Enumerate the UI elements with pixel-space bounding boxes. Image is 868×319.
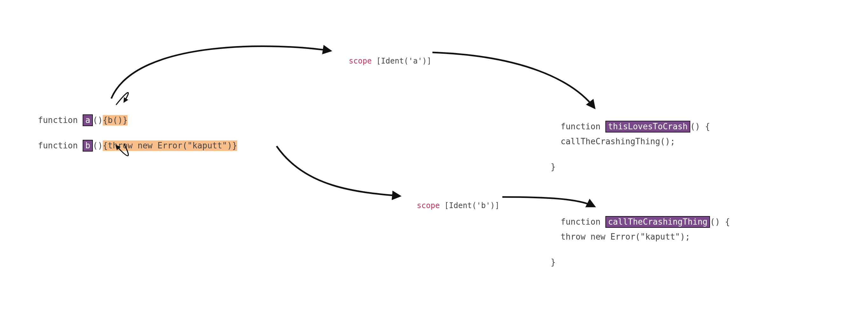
right-func-a-name: thisLovesToCrash [606,121,690,132]
left-func-b-body: {throw new Error("kaputt")} [103,140,237,151]
arrow-scope-to-right-a [432,53,595,108]
left-func-a-line: function a(){b()} [28,105,127,126]
scope-b-label: scope [Ident('b')] [408,192,499,210]
scope-b-rest: [Ident('b')] [440,201,499,210]
swap-arrow-left-top [116,92,128,105]
scope-a-rest: [Ident('a')] [372,57,431,65]
right-func-a-suffix: () { [690,122,710,131]
left-func-b-paren: () [93,141,103,150]
right-func-b-name: callTheCrashingThing [606,216,710,228]
left-func-a-keyword: function [38,115,83,125]
right-func-b-sig: function callTheCrashingThing() { [551,206,730,228]
right-func-a-body: callTheCrashingThing(); [551,137,675,146]
left-func-a-paren: () [93,115,103,125]
right-func-a-sig: function thisLovesToCrash() { [551,111,710,132]
left-func-a-name: a [83,115,93,126]
right-func-a-close: } [551,162,556,171]
right-func-b-body: throw new Error("kaputt"); [551,232,690,242]
left-func-b-keyword: function [38,141,83,150]
arrows-layer [0,0,868,319]
right-func-a-keyword: function [561,122,606,131]
arrow-b-to-scope [277,146,400,196]
scope-b-word: scope [417,201,440,210]
arrow-scope-to-right-b [502,197,595,206]
left-func-a-body: {b()} [103,115,127,126]
left-func-b-name: b [83,140,93,152]
scope-a-label: scope [Ident('a')] [340,47,431,65]
arrow-a-to-scope [111,46,331,98]
left-func-b-line: function b(){throw new Error("kaputt")} [28,130,237,152]
right-func-b-suffix: () { [710,217,730,227]
scope-a-word: scope [349,57,372,65]
right-func-b-keyword: function [561,217,606,227]
right-func-b-close: } [551,257,556,267]
